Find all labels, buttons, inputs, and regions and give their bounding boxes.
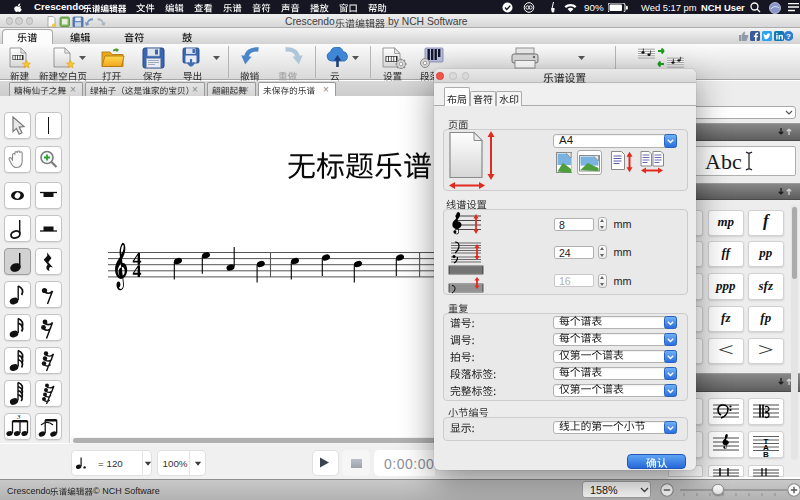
svg-text:3: 3 [16,413,21,421]
svg-text:?: ? [786,32,791,41]
svg-text:B: B [763,450,769,459]
